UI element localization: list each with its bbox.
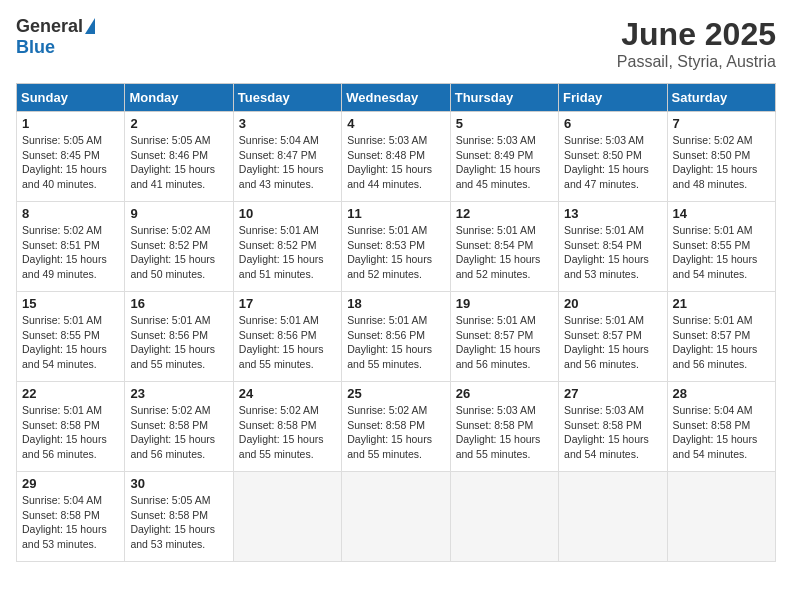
- col-saturday: Saturday: [667, 84, 775, 112]
- table-row: 30Sunrise: 5:05 AM Sunset: 8:58 PM Dayli…: [125, 472, 233, 562]
- table-row: 21Sunrise: 5:01 AM Sunset: 8:57 PM Dayli…: [667, 292, 775, 382]
- table-row: 7Sunrise: 5:02 AM Sunset: 8:50 PM Daylig…: [667, 112, 775, 202]
- table-row: 2Sunrise: 5:05 AM Sunset: 8:46 PM Daylig…: [125, 112, 233, 202]
- table-row: 3Sunrise: 5:04 AM Sunset: 8:47 PM Daylig…: [233, 112, 341, 202]
- day-info: Sunrise: 5:04 AM Sunset: 8:58 PM Dayligh…: [673, 403, 770, 462]
- table-row: 11Sunrise: 5:01 AM Sunset: 8:53 PM Dayli…: [342, 202, 450, 292]
- day-info: Sunrise: 5:01 AM Sunset: 8:54 PM Dayligh…: [564, 223, 661, 282]
- day-number: 8: [22, 206, 119, 221]
- table-row: 28Sunrise: 5:04 AM Sunset: 8:58 PM Dayli…: [667, 382, 775, 472]
- day-number: 3: [239, 116, 336, 131]
- day-number: 9: [130, 206, 227, 221]
- calendar-table: Sunday Monday Tuesday Wednesday Thursday…: [16, 83, 776, 562]
- day-info: Sunrise: 5:03 AM Sunset: 8:48 PM Dayligh…: [347, 133, 444, 192]
- calendar-week-row: 22Sunrise: 5:01 AM Sunset: 8:58 PM Dayli…: [17, 382, 776, 472]
- calendar-location: Passail, Styria, Austria: [617, 53, 776, 71]
- day-info: Sunrise: 5:05 AM Sunset: 8:45 PM Dayligh…: [22, 133, 119, 192]
- day-info: Sunrise: 5:02 AM Sunset: 8:51 PM Dayligh…: [22, 223, 119, 282]
- day-info: Sunrise: 5:02 AM Sunset: 8:52 PM Dayligh…: [130, 223, 227, 282]
- table-row: 20Sunrise: 5:01 AM Sunset: 8:57 PM Dayli…: [559, 292, 667, 382]
- day-info: Sunrise: 5:01 AM Sunset: 8:55 PM Dayligh…: [22, 313, 119, 372]
- calendar-week-row: 29Sunrise: 5:04 AM Sunset: 8:58 PM Dayli…: [17, 472, 776, 562]
- calendar-header-row: Sunday Monday Tuesday Wednesday Thursday…: [17, 84, 776, 112]
- day-number: 18: [347, 296, 444, 311]
- table-row: 27Sunrise: 5:03 AM Sunset: 8:58 PM Dayli…: [559, 382, 667, 472]
- table-row: 6Sunrise: 5:03 AM Sunset: 8:50 PM Daylig…: [559, 112, 667, 202]
- table-row: 12Sunrise: 5:01 AM Sunset: 8:54 PM Dayli…: [450, 202, 558, 292]
- day-number: 22: [22, 386, 119, 401]
- day-info: Sunrise: 5:01 AM Sunset: 8:54 PM Dayligh…: [456, 223, 553, 282]
- table-row: [667, 472, 775, 562]
- table-row: 4Sunrise: 5:03 AM Sunset: 8:48 PM Daylig…: [342, 112, 450, 202]
- day-number: 24: [239, 386, 336, 401]
- table-row: [450, 472, 558, 562]
- day-info: Sunrise: 5:01 AM Sunset: 8:58 PM Dayligh…: [22, 403, 119, 462]
- table-row: 29Sunrise: 5:04 AM Sunset: 8:58 PM Dayli…: [17, 472, 125, 562]
- table-row: 22Sunrise: 5:01 AM Sunset: 8:58 PM Dayli…: [17, 382, 125, 472]
- day-number: 5: [456, 116, 553, 131]
- table-row: 9Sunrise: 5:02 AM Sunset: 8:52 PM Daylig…: [125, 202, 233, 292]
- day-number: 12: [456, 206, 553, 221]
- table-row: 19Sunrise: 5:01 AM Sunset: 8:57 PM Dayli…: [450, 292, 558, 382]
- day-info: Sunrise: 5:01 AM Sunset: 8:57 PM Dayligh…: [673, 313, 770, 372]
- table-row: [559, 472, 667, 562]
- table-row: 13Sunrise: 5:01 AM Sunset: 8:54 PM Dayli…: [559, 202, 667, 292]
- table-row: 18Sunrise: 5:01 AM Sunset: 8:56 PM Dayli…: [342, 292, 450, 382]
- day-info: Sunrise: 5:05 AM Sunset: 8:58 PM Dayligh…: [130, 493, 227, 552]
- day-info: Sunrise: 5:03 AM Sunset: 8:49 PM Dayligh…: [456, 133, 553, 192]
- day-info: Sunrise: 5:04 AM Sunset: 8:47 PM Dayligh…: [239, 133, 336, 192]
- day-info: Sunrise: 5:03 AM Sunset: 8:58 PM Dayligh…: [456, 403, 553, 462]
- table-row: 25Sunrise: 5:02 AM Sunset: 8:58 PM Dayli…: [342, 382, 450, 472]
- col-friday: Friday: [559, 84, 667, 112]
- logo-triangle-icon: [85, 18, 95, 34]
- day-number: 11: [347, 206, 444, 221]
- day-info: Sunrise: 5:02 AM Sunset: 8:58 PM Dayligh…: [130, 403, 227, 462]
- table-row: 24Sunrise: 5:02 AM Sunset: 8:58 PM Dayli…: [233, 382, 341, 472]
- day-number: 16: [130, 296, 227, 311]
- day-number: 17: [239, 296, 336, 311]
- table-row: 8Sunrise: 5:02 AM Sunset: 8:51 PM Daylig…: [17, 202, 125, 292]
- calendar-week-row: 8Sunrise: 5:02 AM Sunset: 8:51 PM Daylig…: [17, 202, 776, 292]
- day-info: Sunrise: 5:04 AM Sunset: 8:58 PM Dayligh…: [22, 493, 119, 552]
- day-number: 1: [22, 116, 119, 131]
- day-info: Sunrise: 5:05 AM Sunset: 8:46 PM Dayligh…: [130, 133, 227, 192]
- table-row: 16Sunrise: 5:01 AM Sunset: 8:56 PM Dayli…: [125, 292, 233, 382]
- day-number: 20: [564, 296, 661, 311]
- col-sunday: Sunday: [17, 84, 125, 112]
- table-row: [342, 472, 450, 562]
- header: General Blue June 2025 Passail, Styria, …: [16, 16, 776, 71]
- day-number: 14: [673, 206, 770, 221]
- table-row: 17Sunrise: 5:01 AM Sunset: 8:56 PM Dayli…: [233, 292, 341, 382]
- day-number: 6: [564, 116, 661, 131]
- day-info: Sunrise: 5:01 AM Sunset: 8:52 PM Dayligh…: [239, 223, 336, 282]
- col-thursday: Thursday: [450, 84, 558, 112]
- day-number: 2: [130, 116, 227, 131]
- col-tuesday: Tuesday: [233, 84, 341, 112]
- day-number: 7: [673, 116, 770, 131]
- day-number: 15: [22, 296, 119, 311]
- day-info: Sunrise: 5:01 AM Sunset: 8:57 PM Dayligh…: [456, 313, 553, 372]
- day-info: Sunrise: 5:02 AM Sunset: 8:58 PM Dayligh…: [239, 403, 336, 462]
- day-number: 4: [347, 116, 444, 131]
- table-row: 5Sunrise: 5:03 AM Sunset: 8:49 PM Daylig…: [450, 112, 558, 202]
- table-row: [233, 472, 341, 562]
- day-number: 10: [239, 206, 336, 221]
- day-number: 13: [564, 206, 661, 221]
- day-info: Sunrise: 5:01 AM Sunset: 8:57 PM Dayligh…: [564, 313, 661, 372]
- day-info: Sunrise: 5:01 AM Sunset: 8:53 PM Dayligh…: [347, 223, 444, 282]
- day-info: Sunrise: 5:02 AM Sunset: 8:50 PM Dayligh…: [673, 133, 770, 192]
- logo-blue-text: Blue: [16, 37, 55, 58]
- day-number: 19: [456, 296, 553, 311]
- day-number: 23: [130, 386, 227, 401]
- day-number: 28: [673, 386, 770, 401]
- day-number: 27: [564, 386, 661, 401]
- day-info: Sunrise: 5:03 AM Sunset: 8:50 PM Dayligh…: [564, 133, 661, 192]
- day-info: Sunrise: 5:01 AM Sunset: 8:55 PM Dayligh…: [673, 223, 770, 282]
- day-number: 26: [456, 386, 553, 401]
- col-wednesday: Wednesday: [342, 84, 450, 112]
- day-info: Sunrise: 5:01 AM Sunset: 8:56 PM Dayligh…: [130, 313, 227, 372]
- table-row: 15Sunrise: 5:01 AM Sunset: 8:55 PM Dayli…: [17, 292, 125, 382]
- day-info: Sunrise: 5:01 AM Sunset: 8:56 PM Dayligh…: [239, 313, 336, 372]
- calendar-week-row: 15Sunrise: 5:01 AM Sunset: 8:55 PM Dayli…: [17, 292, 776, 382]
- day-number: 29: [22, 476, 119, 491]
